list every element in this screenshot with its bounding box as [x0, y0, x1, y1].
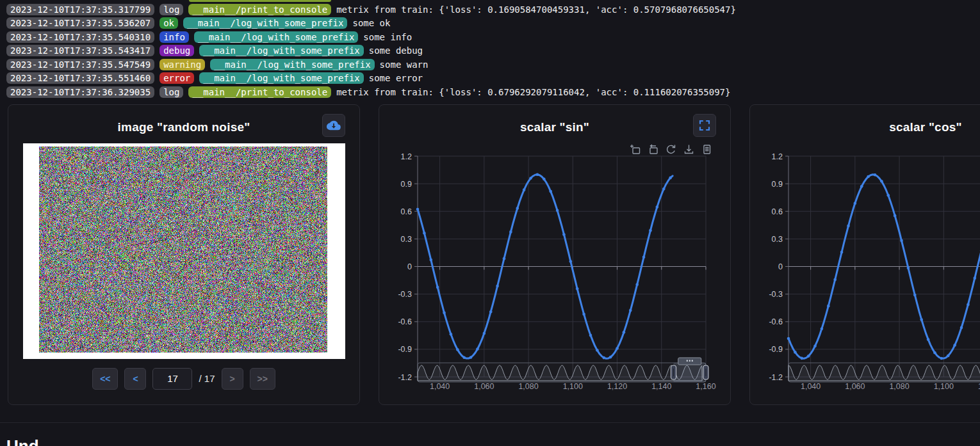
- series-marker: [933, 351, 936, 354]
- restore-icon[interactable]: [666, 144, 676, 155]
- series-marker: [787, 337, 790, 340]
- log-message: metrix from train: {'loss': 0.6796292079…: [336, 87, 730, 97]
- series-marker: [543, 177, 546, 180]
- log-row: 2023-12-10T17:37:35.540310info__main__/l…: [6, 30, 980, 44]
- x-tick-label: 1,080: [518, 382, 538, 391]
- series-marker: [642, 255, 646, 259]
- series-marker: [953, 344, 956, 347]
- log-message: some info: [363, 32, 412, 42]
- pagination: << < / 17 > >>: [8, 368, 359, 390]
- y-tick-label: 0.9: [772, 179, 783, 188]
- series-marker: [556, 209, 559, 212]
- log-level-badge: log: [159, 86, 183, 98]
- page-input[interactable]: [152, 368, 192, 390]
- series-marker: [429, 258, 432, 261]
- x-tick-label: 1,100: [934, 382, 954, 391]
- first-page-button[interactable]: <<: [92, 368, 118, 390]
- series-marker: [821, 327, 824, 330]
- series-marker: [569, 260, 573, 263]
- series-marker: [436, 285, 439, 289]
- log-row: 2023-12-10T17:37:35.547549warning__main_…: [6, 58, 980, 72]
- series-marker: [509, 230, 512, 234]
- prev-page-button[interactable]: <: [124, 368, 146, 390]
- series-marker: [423, 231, 426, 234]
- fullscreen-icon: [699, 120, 710, 131]
- x-tick-label: 1,140: [651, 382, 671, 391]
- log-timestamp: 2023-12-10T17:37:35.540310: [6, 31, 154, 43]
- series-marker: [800, 356, 803, 360]
- log-prefix-badge: __main__/log_with_some_prefix: [199, 45, 363, 56]
- series-marker: [833, 278, 837, 281]
- series-marker: [443, 311, 446, 314]
- series-marker: [616, 347, 619, 350]
- section-divider: [0, 422, 980, 423]
- cos-card-title: scalar "cos": [750, 120, 980, 134]
- download-button[interactable]: [322, 114, 345, 137]
- series-marker: [907, 266, 910, 269]
- cos-chart-card: scalar "cos" 1.20.90.60.30-0.3-0.6-0.9-1…: [749, 104, 980, 405]
- series-marker: [582, 312, 585, 315]
- section-heading: Und: [6, 436, 39, 446]
- cos-chart[interactable]: 1.20.90.60.30-0.3-0.6-0.9-1.21,0401,0601…: [750, 150, 980, 402]
- series-marker: [589, 333, 592, 337]
- fullscreen-button[interactable]: [693, 114, 716, 137]
- log-level-badge: ok: [159, 17, 178, 29]
- log-row: 2023-12-10T17:37:35.551460error__main__/…: [6, 72, 980, 86]
- log-row: 2023-12-10T17:37:36.329035log__main__/pr…: [6, 85, 980, 99]
- series-marker: [827, 304, 830, 307]
- zoom-reset-icon[interactable]: [648, 144, 658, 155]
- series-marker: [813, 344, 817, 347]
- series-marker: [529, 177, 532, 180]
- series-marker: [549, 189, 552, 193]
- x-tick-label: 1,040: [801, 382, 821, 391]
- series-marker: [489, 310, 493, 313]
- log-prefix-badge: __main__/log_with_some_prefix: [210, 59, 374, 70]
- series-marker: [523, 188, 526, 191]
- y-tick-label: -0.9: [398, 345, 412, 354]
- cards-row: image "random noise" << < / 17 > >> scal…: [0, 104, 980, 405]
- series-marker: [609, 355, 612, 358]
- x-tick-label: 1,060: [474, 382, 494, 391]
- x-tick-label: 1,040: [430, 382, 450, 391]
- log-row: 2023-12-10T17:37:35.536207ok__main__/log…: [6, 17, 980, 31]
- zoom-select-icon[interactable]: [630, 144, 641, 155]
- sin-chart[interactable]: 1.20.90.60.30-0.3-0.6-0.9-1.21,0401,0601…: [379, 150, 731, 402]
- y-tick-label: 0.9: [401, 179, 412, 188]
- log-level-badge: debug: [159, 45, 194, 56]
- series-marker: [576, 287, 579, 290]
- y-tick-label: -0.6: [398, 317, 412, 326]
- log-prefix-badge: __main__/log_with_some_prefix: [194, 31, 358, 43]
- y-tick-label: -0.6: [769, 317, 783, 326]
- last-page-button[interactable]: >>: [250, 368, 275, 390]
- series-marker: [450, 333, 453, 336]
- log-prefix-badge: __main__/log_with_some_prefix: [183, 17, 347, 29]
- series-marker: [602, 356, 605, 359]
- noise-image: [39, 147, 327, 353]
- clipped-log-row: [189, 0, 331, 2]
- y-tick-label: -0.9: [769, 345, 783, 354]
- series-marker: [874, 173, 877, 176]
- log-level-badge: info: [159, 31, 189, 43]
- sin-chart-card: scalar "sin": [379, 104, 731, 405]
- series-marker: [596, 349, 599, 352]
- log-level-badge: error: [159, 72, 194, 84]
- datazoom-window[interactable]: [674, 363, 706, 382]
- log-prefix-badge: __main__/print_to_console: [188, 86, 331, 98]
- series-marker: [416, 207, 420, 211]
- image-frame: [23, 143, 345, 359]
- log-row: 2023-12-10T17:37:35.317799log__main__/pr…: [6, 3, 980, 17]
- next-page-button[interactable]: >: [222, 368, 243, 390]
- series-marker: [840, 250, 844, 253]
- series-marker: [880, 180, 883, 183]
- y-tick-label: 1.2: [401, 152, 412, 161]
- series-marker: [476, 347, 479, 351]
- console-log: 2023-12-10T17:37:35.317799log__main__/pr…: [0, 0, 980, 99]
- series-marker: [973, 276, 976, 280]
- log-timestamp: 2023-12-10T17:37:35.551460: [6, 72, 154, 84]
- save-image-icon[interactable]: [683, 144, 694, 155]
- data-view-icon[interactable]: [701, 144, 712, 155]
- series-marker: [886, 193, 890, 196]
- log-timestamp: 2023-12-10T17:37:35.543417: [6, 45, 154, 56]
- y-tick-label: 0.6: [401, 207, 412, 216]
- series-marker: [656, 205, 659, 209]
